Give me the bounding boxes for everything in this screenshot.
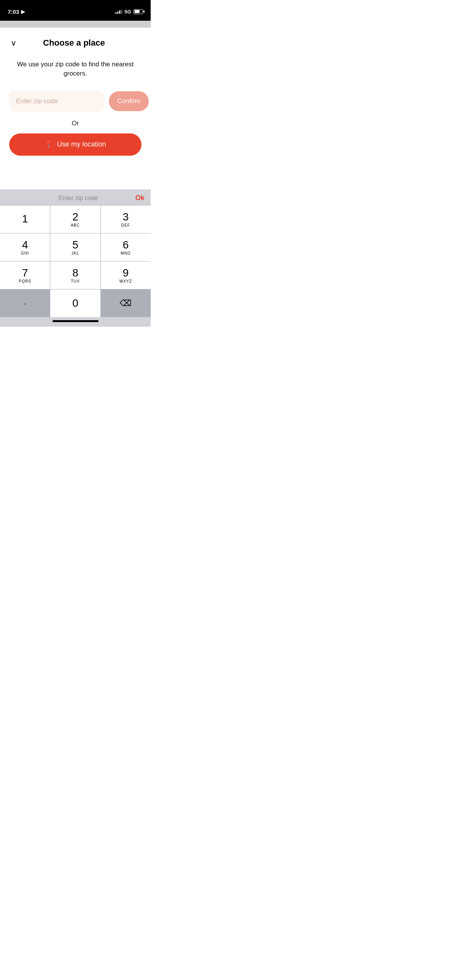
key-backspace[interactable]: ⌫	[101, 289, 151, 317]
backspace-icon: ⌫	[120, 298, 131, 308]
signal-bars	[115, 9, 122, 14]
status-bar: 7:03 ▶ 5G	[0, 0, 151, 21]
signal-bar-1	[115, 12, 117, 14]
keyboard-header-text: Enter zip code	[21, 195, 135, 202]
location-arrow-icon: ▶	[21, 9, 25, 15]
key-9[interactable]: 9 WXYZ	[101, 261, 151, 289]
battery-icon	[133, 9, 143, 14]
zip-code-input[interactable]	[9, 90, 104, 112]
home-bar	[53, 320, 99, 322]
zip-input-row: Confirm	[9, 90, 141, 112]
main-card: ∨ Choose a place We use your zip code to…	[0, 28, 151, 181]
key-0[interactable]: 0	[50, 289, 100, 317]
key-6[interactable]: 6 MNO	[101, 233, 151, 261]
gray-strip	[0, 21, 151, 28]
key-3[interactable]: 3 DEF	[101, 206, 151, 233]
status-left: 7:03 ▶	[8, 8, 25, 15]
or-divider: Or	[9, 120, 141, 127]
signal-bar-3	[119, 10, 120, 14]
chevron-down-button[interactable]: ∨	[9, 37, 18, 49]
location-button-label: Use my location	[57, 140, 106, 148]
key-4[interactable]: 4 GHI	[0, 233, 50, 261]
signal-bar-2	[117, 12, 118, 14]
page-title: Choose a place	[18, 38, 141, 48]
keyboard-header: Enter zip code Ok	[0, 189, 151, 206]
keyboard-ok-button[interactable]: Ok	[135, 194, 145, 202]
key-dot[interactable]: ·	[0, 289, 50, 317]
header-row: ∨ Choose a place	[9, 37, 141, 49]
battery-fill	[135, 10, 140, 13]
keyboard-area: Enter zip code Ok 1 2 ABC 3 DEF 4 GHI 5 …	[0, 189, 151, 327]
home-indicator	[0, 317, 151, 327]
location-pin-icon: 📍	[44, 140, 53, 149]
key-1[interactable]: 1	[0, 206, 50, 233]
network-type: 5G	[125, 9, 131, 15]
key-7[interactable]: 7 PQRS	[0, 261, 50, 289]
keypad: 1 2 ABC 3 DEF 4 GHI 5 JKL 6 MNO 7 PQRS	[0, 206, 151, 317]
chevron-down-icon: ∨	[11, 38, 16, 48]
signal-bar-4	[121, 10, 122, 14]
time-display: 7:03	[8, 8, 19, 15]
use-my-location-button[interactable]: 📍 Use my location	[9, 133, 141, 156]
confirm-button[interactable]: Confirm	[109, 91, 149, 111]
key-8[interactable]: 8 TUV	[50, 261, 100, 289]
subtitle-text: We use your zip code to find the nearest…	[9, 60, 141, 78]
status-right: 5G	[115, 9, 143, 15]
key-5[interactable]: 5 JKL	[50, 233, 100, 261]
key-2[interactable]: 2 ABC	[50, 206, 100, 233]
